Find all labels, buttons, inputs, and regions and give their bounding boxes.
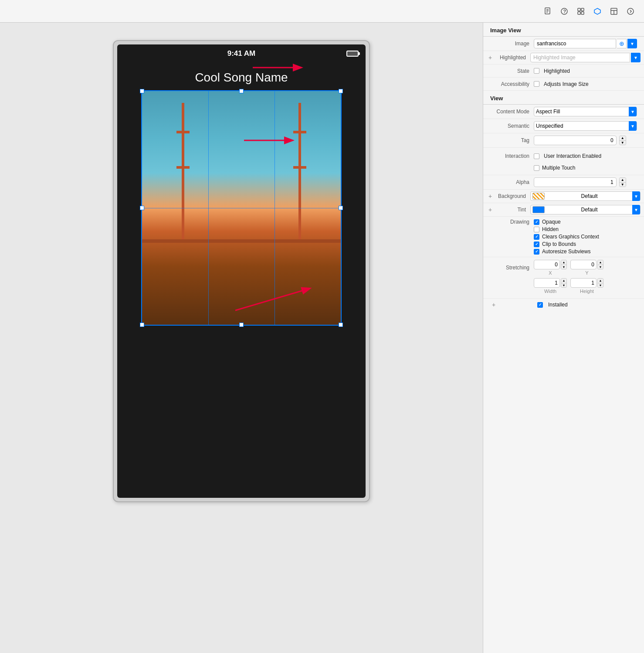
hidden-checkbox[interactable] <box>534 227 539 232</box>
state-label: State <box>490 68 534 74</box>
accessibility-checkbox[interactable] <box>534 81 539 87</box>
autoresize-checkbox[interactable] <box>534 249 539 255</box>
image-view[interactable] <box>141 90 342 326</box>
highlighted-placeholder: Highlighted Image <box>533 54 576 61</box>
accessibility-label: Accessibility <box>490 81 534 87</box>
tag-row: Tag ▲ ▼ <box>483 133 644 148</box>
stretching-label: Stretching <box>490 265 534 271</box>
iphone-screen: 9:41 AM Cool Song Name <box>117 44 366 498</box>
image-circle-plus[interactable]: ⊕ <box>617 39 627 48</box>
clears-graphics-checkbox[interactable] <box>534 234 539 240</box>
state-highlighted-checkbox[interactable] <box>534 68 539 74</box>
image-row: Image sanfrancisco ⊕ ▼ <box>483 37 644 51</box>
library-icon[interactable] <box>576 7 586 16</box>
stretch-h-group: ▲ ▼ Height <box>570 278 603 294</box>
status-right <box>346 51 359 57</box>
interaction-label: Interaction <box>490 153 534 159</box>
file-icon[interactable] <box>543 7 552 16</box>
svg-rect-8 <box>578 12 580 14</box>
highlighted-dropdown-btn[interactable]: ▼ <box>631 53 641 62</box>
handle-bot-right[interactable] <box>339 323 343 327</box>
bridge-towers <box>182 103 301 243</box>
tag-stepper-up[interactable]: ▲ <box>620 136 626 141</box>
tint-chevron[interactable]: ▼ <box>632 205 640 214</box>
handle-top-right[interactable] <box>339 89 343 93</box>
handle-top-left[interactable] <box>140 89 144 93</box>
content-mode-chevron[interactable]: ▼ <box>629 107 637 116</box>
clears-graphics-label: Clears Graphics Context <box>542 234 599 240</box>
stretch-w-up[interactable]: ▲ <box>561 279 566 283</box>
tint-separator-row: + Tint Default ▼ <box>483 203 644 217</box>
highlighted-separator-row: + Highlighted Highlighted Image ▼ <box>483 51 644 65</box>
stretch-y-input[interactable] <box>570 260 597 269</box>
multiple-touch-label: Multiple Touch <box>542 165 576 171</box>
inspector-icon[interactable] <box>593 7 602 16</box>
alpha-input[interactable] <box>534 177 617 187</box>
tag-stepper-down[interactable]: ▼ <box>620 141 626 145</box>
handle-bot-left[interactable] <box>140 323 144 327</box>
opaque-checkbox[interactable] <box>534 219 539 225</box>
highlighted-input[interactable]: Highlighted Image <box>530 53 630 62</box>
tower-left <box>182 103 184 243</box>
stretch-w-group: ▲ ▼ Width <box>534 278 567 294</box>
stretch-h-up[interactable]: ▲ <box>598 279 603 283</box>
clip-bounds-row: Clip to Bounds <box>534 241 599 247</box>
stretch-h-down[interactable]: ▼ <box>598 283 603 288</box>
state-row: State Highlighted <box>483 65 644 78</box>
height-label: Height <box>580 289 594 294</box>
interaction-row: Interaction User Interaction Enabled <box>483 150 644 163</box>
forward-icon[interactable] <box>626 7 635 16</box>
main-content: 9:41 AM Cool Song Name <box>0 23 644 653</box>
background-chevron[interactable]: ▼ <box>632 191 640 201</box>
tag-label: Tag <box>490 137 534 143</box>
semantic-row: Semantic Unspecified ▼ <box>483 119 644 133</box>
handle-mid-left[interactable] <box>140 206 144 210</box>
state-value: Highlighted <box>534 68 637 74</box>
file-template-icon[interactable] <box>609 7 619 16</box>
stretch-w-down[interactable]: ▼ <box>561 283 566 288</box>
stretch-y-down[interactable]: ▼ <box>598 265 603 269</box>
user-interaction-label: User Interaction Enabled <box>544 153 601 159</box>
bridge-deck <box>142 239 341 243</box>
user-interaction-checkbox[interactable] <box>534 153 539 159</box>
stretch-h-input[interactable] <box>570 278 597 288</box>
semantic-dropdown[interactable]: Unspecified ▼ <box>534 121 637 131</box>
semantic-chevron[interactable]: ▼ <box>629 121 637 131</box>
alpha-stepper-up[interactable]: ▲ <box>620 178 626 183</box>
highlighted-plus-btn[interactable]: + <box>487 54 494 61</box>
svg-rect-7 <box>581 8 584 11</box>
tint-dropdown[interactable]: Default ▼ <box>530 205 641 214</box>
tag-value: ▲ ▼ <box>534 136 637 145</box>
stretch-x-input[interactable] <box>534 260 560 269</box>
drawing-label: Drawing <box>490 219 534 225</box>
drawing-block: Drawing Opaque Hidden Clears Graphics Co… <box>483 217 644 257</box>
iphone-frame: 9:41 AM Cool Song Name <box>113 40 370 502</box>
stretching-row-wh: ▲ ▼ Width ▲ ▼ <box>490 278 637 294</box>
tag-input[interactable] <box>534 136 617 145</box>
image-input-field[interactable]: sanfrancisco <box>534 39 616 48</box>
clip-bounds-label: Clip to Bounds <box>542 241 576 247</box>
background-label: Background <box>494 193 530 199</box>
handle-top-mid[interactable] <box>239 89 244 93</box>
background-swatch <box>532 193 545 200</box>
installed-plus-btn[interactable]: + <box>490 301 497 308</box>
image-value: sanfrancisco <box>537 41 566 47</box>
handle-mid-right[interactable] <box>339 206 343 210</box>
tint-plus-btn[interactable]: + <box>487 206 494 213</box>
help-icon[interactable]: ? <box>559 7 569 16</box>
installed-checkbox[interactable] <box>537 302 543 308</box>
clip-bounds-checkbox[interactable] <box>534 241 539 247</box>
stretch-x-up[interactable]: ▲ <box>561 260 566 265</box>
stretch-y-up[interactable]: ▲ <box>598 260 603 265</box>
background-plus-btn[interactable]: + <box>487 193 494 200</box>
alpha-stepper-down[interactable]: ▼ <box>620 183 626 187</box>
alpha-value: ▲ ▼ <box>534 177 637 187</box>
opaque-label: Opaque <box>542 219 561 225</box>
content-mode-dropdown[interactable]: Aspect Fill ▼ <box>534 107 637 116</box>
stretch-x-down[interactable]: ▼ <box>561 265 566 269</box>
handle-bot-mid[interactable] <box>239 323 244 327</box>
stretch-w-input[interactable] <box>534 278 560 288</box>
image-dropdown-btn[interactable]: ▼ <box>627 39 637 48</box>
background-dropdown[interactable]: Default ▼ <box>530 191 641 201</box>
multiple-touch-checkbox[interactable] <box>534 165 539 171</box>
